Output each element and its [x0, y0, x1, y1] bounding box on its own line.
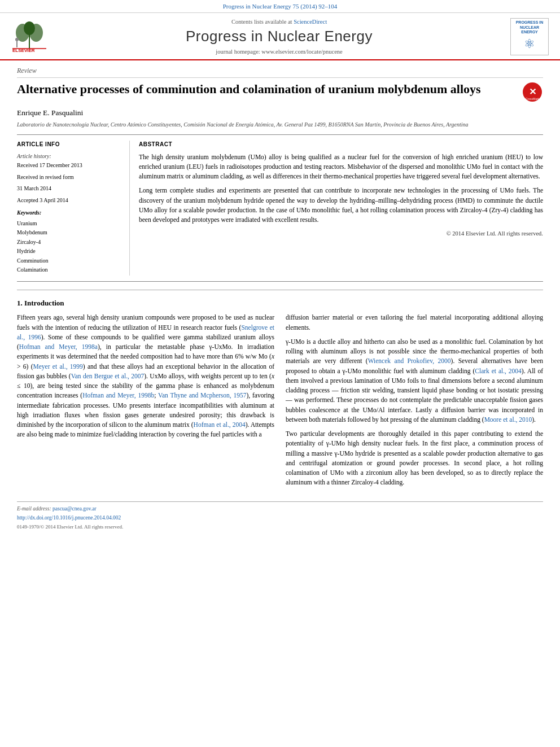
abstract-col: ABSTRACT The high density uranium molybd…: [139, 141, 543, 276]
accepted-date: Accepted 3 April 2014: [17, 196, 123, 205]
keyword-molybdenum: Molybdenum: [17, 229, 123, 237]
keyword-colamination: Colamination: [17, 266, 123, 274]
abstract-para2: Long term complete studies and experimen…: [139, 186, 543, 225]
keyword-zircaloy: Zircaloy-4: [17, 238, 123, 247]
ref-vanthyne[interactable]: Van Thyne and Mcpherson, 1957: [158, 392, 247, 399]
journal-citation-bar: Progress in Nuclear Energy 75 (2014) 92–…: [0, 0, 560, 13]
review-label: Review: [17, 66, 543, 78]
content-divider: [17, 290, 543, 290]
body-columns: Fifteen years ago, several high density …: [17, 313, 543, 492]
footer-email: E-mail address: pascua@cnea.gov.ar: [17, 505, 543, 513]
journal-homepage: journal homepage: www.elsevier.com/locat…: [48, 47, 510, 56]
received-date: Received 17 December 2013: [17, 161, 123, 170]
email-link[interactable]: pascua@cnea.gov.ar: [53, 506, 97, 512]
journal-title-area: Contents lists available at ScienceDirec…: [48, 18, 510, 56]
ref-hofman1998a[interactable]: Hofman and Meyer, 1998a: [19, 343, 98, 350]
journal-title: Progress in Nuclear Energy: [48, 26, 510, 47]
content-area: Review Alternative processes of comminut…: [0, 60, 560, 542]
body-col-right: diffusion barrier material or even tailo…: [286, 313, 543, 492]
doi-link[interactable]: http://dx.doi.org/10.1016/j.pnucene.2014…: [17, 515, 121, 521]
keyword-hydride: Hydride: [17, 247, 123, 256]
ref-hofman1998b[interactable]: Hofman and Meyer, 1998b: [82, 392, 154, 399]
keywords-label: Keywords:: [17, 209, 123, 217]
svg-point-5: [15, 38, 19, 41]
footer-issn: 0149-1970/© 2014 Elsevier Ltd. All right…: [17, 523, 543, 531]
elsevier-logo-area: ELSEVIER: [11, 21, 48, 53]
article-info-title: ARTICLE INFO: [17, 141, 123, 149]
svg-text:ELSEVIER: ELSEVIER: [12, 48, 35, 53]
ref-meyer1999[interactable]: Meyer et al., 1999: [33, 363, 83, 370]
abstract-para1: The high density uranium molybdenum (UMo…: [139, 152, 543, 182]
ref-snelgrove[interactable]: Snelgrove et al., 1996: [17, 324, 274, 340]
ref-moore2010[interactable]: Moore et al., 2010: [484, 416, 532, 423]
copyright-line: © 2014 Elsevier Ltd. All rights reserved…: [139, 229, 543, 238]
intro-right-text1: diffusion barrier material or even tailo…: [286, 313, 543, 333]
svg-text:CrossMark: CrossMark: [526, 97, 540, 101]
footer-doi: http://dx.doi.org/10.1016/j.pnucene.2014…: [17, 514, 543, 522]
journal-header: ELSEVIER Contents lists available at Sci…: [0, 13, 560, 60]
section1-title: 1. Introduction: [17, 298, 543, 309]
ref-hofman2004[interactable]: Hofman et al., 2004: [194, 421, 246, 428]
abstract-title: ABSTRACT: [139, 141, 543, 149]
ref-wiencek[interactable]: Wiencek and Prokofiev, 2000: [368, 357, 451, 364]
article-info-abstract: ARTICLE INFO Article history: Received 1…: [17, 134, 543, 282]
keyword-uranium: Uranium: [17, 220, 123, 228]
citation-text: Progress in Nuclear Energy 75 (2014) 92: [223, 3, 325, 10]
ref-vandenbergue[interactable]: Van den Bergue et al., 2007: [71, 373, 145, 379]
ref-clark2004[interactable]: Clark et al., 2004: [475, 368, 522, 374]
intro-right-text3: Two particular developments are thorough…: [286, 429, 543, 488]
article-title-row: Alternative processes of comminution and…: [17, 81, 543, 103]
atom-icon: ⚛: [514, 35, 545, 53]
sciencedirect-line: Contents lists available at ScienceDirec…: [48, 18, 510, 26]
journal-logo-box: PROGRESS INNUCLEARENERGY ⚛: [510, 18, 549, 55]
crossmark-icon: ✕ CrossMark: [522, 81, 543, 103]
svg-point-4: [24, 21, 35, 35]
intro-left-text: Fifteen years ago, several high density …: [17, 313, 274, 439]
article-title: Alternative processes of comminution and…: [17, 81, 522, 98]
history-label: Article history:: [17, 152, 123, 161]
article-info: ARTICLE INFO Article history: Received 1…: [17, 141, 130, 276]
revised-date: 31 March 2014: [17, 185, 123, 193]
intro-right-text2: γ-UMo is a ductile alloy and hitherto ca…: [286, 337, 543, 425]
keyword-comminution: Comminution: [17, 257, 123, 265]
abstract-text: The high density uranium molybdenum (UMo…: [139, 152, 543, 225]
sciencedirect-link[interactable]: ScienceDirect: [294, 19, 327, 25]
body-col-left: Fifteen years ago, several high density …: [17, 313, 274, 492]
revised-label: Received in revised form: [17, 173, 123, 182]
affiliation: Laboratorio de Nanotecnología Nuclear, C…: [17, 121, 543, 129]
svg-text:✕: ✕: [529, 87, 536, 97]
journal-logo-text: PROGRESS INNUCLEARENERGY: [514, 20, 545, 34]
elsevier-logo: ELSEVIER: [11, 21, 48, 53]
footer-area: E-mail address: pascua@cnea.gov.ar http:…: [17, 501, 543, 531]
author-name: Enrique E. Pasqualini: [17, 107, 543, 119]
